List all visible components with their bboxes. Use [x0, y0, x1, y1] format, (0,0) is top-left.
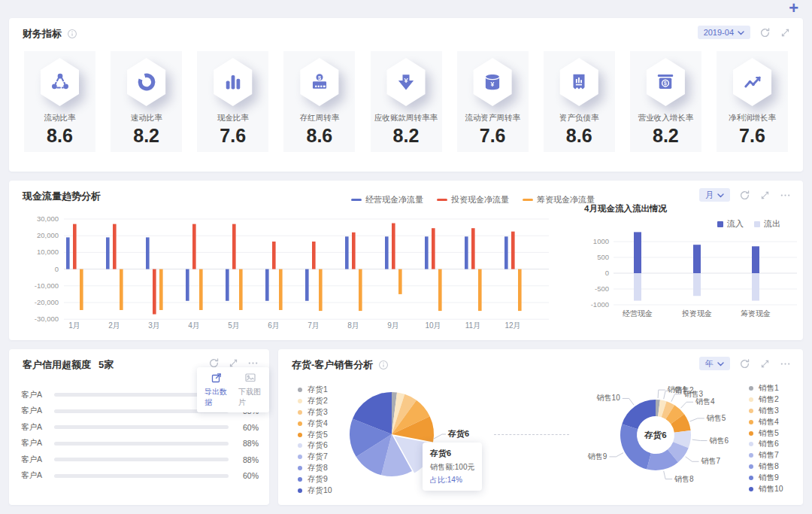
legend-dot: [298, 443, 302, 448]
svg-text:11月: 11月: [465, 321, 480, 330]
bar-投资现金净流量: [312, 242, 316, 269]
menu-item-label: 下载图片: [238, 387, 262, 408]
metric-label: 资产负债率: [559, 113, 599, 123]
expand-icon[interactable]: [759, 357, 771, 370]
more-icon[interactable]: [779, 357, 791, 370]
legend-item[interactable]: 销售9: [749, 472, 783, 483]
legend-swatch: [523, 199, 533, 202]
legend-label: 存货2: [308, 396, 328, 406]
menu-item-export[interactable]: 导出数据: [205, 372, 228, 408]
donut-slice-销售10: [622, 400, 656, 429]
bar-投资现金净流量: [272, 242, 276, 269]
legend-item[interactable]: 经营现金净流量: [351, 194, 423, 205]
legend-item[interactable]: 销售10: [749, 483, 783, 494]
bar-经营现金净流量: [106, 237, 110, 269]
info-icon[interactable]: [377, 359, 389, 371]
legend-label: 投资现金净流量: [451, 194, 509, 205]
legend-swatch: [351, 199, 362, 202]
legend-item[interactable]: 销售1: [749, 383, 783, 394]
date-selector[interactable]: 2019-04: [698, 26, 750, 39]
metric-label: 现金比率: [217, 113, 249, 123]
trend-legend: 经营现金净流量投资现金净流量筹资现金净流量: [351, 194, 595, 205]
svg-text:4月: 4月: [188, 321, 200, 330]
metric-value: 8.6: [47, 125, 73, 147]
legend-item[interactable]: 销售6: [749, 439, 783, 450]
svg-text:$: $: [664, 81, 667, 87]
metric-label: 流动比率: [44, 113, 76, 123]
customer-label: 客户A: [21, 470, 47, 481]
svg-text:1000: 1000: [593, 237, 609, 245]
legend-item[interactable]: 销售3: [749, 406, 783, 417]
pie-tooltip: 存货6 销售额:100元 占比:14%: [423, 443, 482, 491]
bar-投资现金净流量: [192, 224, 196, 269]
svg-text:10,000: 10,000: [37, 248, 59, 256]
svg-text:筹资现金: 筹资现金: [741, 309, 771, 318]
bar-筹资现金净流量: [239, 269, 243, 310]
credit-count: 5家: [98, 358, 114, 372]
legend-dot: [749, 464, 753, 469]
credit-row: 客户A60%: [21, 468, 259, 485]
metric-value: 7.6: [220, 125, 246, 147]
period-value: 月: [705, 190, 714, 199]
refresh-icon[interactable]: [738, 357, 750, 370]
more-actions-menu: 导出数据下载图片: [197, 367, 269, 412]
refresh-icon[interactable]: [738, 189, 750, 201]
svg-text:8月: 8月: [347, 321, 359, 330]
svg-text:9月: 9月: [387, 321, 399, 330]
hexagon-badge: $: [298, 58, 341, 106]
period-value: 年: [705, 359, 714, 368]
bar-投资现金净流量: [113, 224, 117, 269]
tooltip-share: 占比:14%: [430, 475, 474, 485]
legend-label: 销售1: [759, 383, 779, 394]
inout-chart[interactable]: 10005000-500-1000经营现金投资现金筹资现金: [574, 212, 803, 325]
legend-item[interactable]: 销售4: [749, 416, 783, 427]
legend-dot: [749, 397, 753, 402]
credit-percent: 60%: [236, 471, 259, 480]
more-icon[interactable]: [779, 189, 791, 201]
legend-dot: [749, 476, 753, 480]
bar-投资现金净流量: [352, 233, 356, 269]
bar-筹资现金净流量: [359, 269, 362, 312]
donut-callout-label: 销售5: [706, 414, 726, 422]
bar-筹资现金净流量: [438, 269, 442, 312]
bar-经营现金净流量: [146, 237, 150, 269]
expand-icon[interactable]: [779, 26, 791, 38]
metric-value: 8.2: [653, 125, 679, 147]
legend-item[interactable]: 销售2: [749, 394, 783, 406]
panel-title: 客户信用超额度: [23, 358, 91, 372]
coin-stack-icon: ¥: [471, 58, 514, 106]
metric-card: 净利润增长率7.6: [717, 51, 788, 152]
legend-label: 销售6: [759, 439, 779, 449]
legend-item[interactable]: 销售7: [749, 450, 783, 461]
cashflow-trend-chart[interactable]: 30,00020,00010,0000-10,000-20,000-30,000…: [23, 212, 571, 334]
svg-text:经营现金: 经营现金: [623, 309, 653, 318]
refresh-icon[interactable]: [759, 26, 771, 38]
svg-text:-20,000: -20,000: [35, 298, 59, 306]
bar-track: [54, 474, 229, 478]
period-selector[interactable]: 月: [699, 188, 730, 202]
legend-dot: [749, 386, 753, 391]
bar-经营现金净流量: [385, 236, 389, 269]
legend-dot: [298, 388, 302, 392]
legend-item[interactable]: 销售8: [749, 461, 783, 473]
metric-card: 速动比率8.2: [111, 51, 182, 152]
expand-icon[interactable]: [759, 189, 771, 201]
legend-label: 经营现金净流量: [365, 194, 423, 205]
legend-item[interactable]: 销售5: [749, 427, 783, 439]
bar-经营现金净流量: [226, 269, 229, 301]
image-icon: [244, 372, 256, 385]
add-widget-button[interactable]: +: [789, 0, 798, 18]
info-icon[interactable]: [66, 28, 78, 40]
bar-筹资现金净流量: [199, 269, 203, 310]
legend-swatch: [437, 199, 447, 202]
tooltip-sales: 销售额:100元: [430, 462, 474, 473]
metric-value: 8.6: [566, 125, 592, 147]
legend-item[interactable]: 投资现金净流量: [437, 194, 509, 205]
bar-流出: [634, 273, 641, 301]
bar-筹资现金净流量: [279, 269, 283, 310]
legend-dot: [749, 487, 753, 491]
menu-item-label: 导出数据: [205, 387, 228, 408]
menu-item-image[interactable]: 下载图片: [238, 372, 262, 408]
legend-label: 存货6: [308, 440, 328, 451]
svg-text:20,000: 20,000: [37, 231, 59, 239]
